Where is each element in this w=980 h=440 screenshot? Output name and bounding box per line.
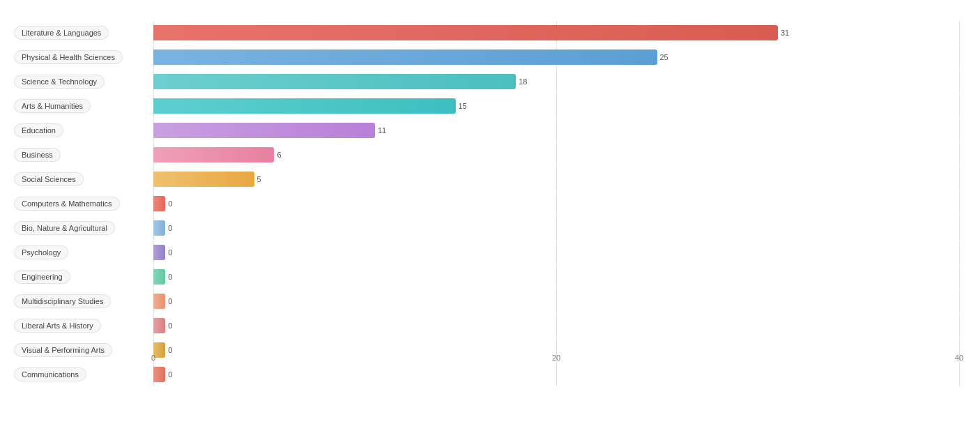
bar-fill: [153, 196, 165, 211]
bar-label: Arts & Humanities: [14, 94, 153, 118]
bar-row: Physical & Health Sciences25: [14, 45, 959, 69]
bar-fill: [153, 74, 516, 89]
bars-section: Literature & Languages31Physical & Healt…: [14, 21, 959, 349]
grid-line: [959, 314, 960, 337]
bar-label: Literature & Languages: [14, 21, 153, 45]
bar-fill: [153, 269, 165, 285]
grid-line: [959, 70, 960, 93]
grid-lines: [153, 241, 959, 264]
x-axis-tick: 20: [552, 354, 560, 362]
bar-value-label: 0: [168, 321, 172, 330]
grid-line: [556, 192, 557, 215]
bar-fill: [153, 50, 657, 65]
bar-fill: [153, 318, 165, 333]
bar-label-pill: Literature & Languages: [14, 26, 109, 40]
grid-line: [959, 119, 960, 142]
bar-track: 11: [153, 119, 959, 142]
bar-track: 0: [153, 289, 959, 313]
bar-label-pill: Social Sciences: [14, 172, 84, 186]
grid-line: [959, 143, 960, 167]
bar-value-label: 0: [168, 199, 172, 208]
bar-fill: [153, 98, 456, 114]
bar-track: 5: [153, 167, 959, 191]
grid-line: [959, 94, 960, 118]
bar-row: Science & Technology18: [14, 70, 959, 93]
bar-track: 0: [153, 314, 959, 337]
bar-row: Literature & Languages31: [14, 21, 959, 45]
grid-line: [556, 167, 557, 191]
bar-fill: [153, 123, 375, 138]
grid-line: [556, 314, 557, 337]
bar-value-label: 0: [168, 273, 172, 281]
bar-row: Business6: [14, 143, 959, 167]
grid-line: [556, 265, 557, 289]
bar-fill: [153, 294, 165, 309]
bar-row: Computers & Mathematics0: [14, 192, 959, 215]
bar-label-pill: Communications: [14, 367, 86, 381]
grid-line: [556, 94, 557, 118]
bar-fill: [153, 245, 165, 260]
grid-lines: [153, 289, 959, 313]
chart-container: Literature & Languages31Physical & Healt…: [0, 0, 980, 440]
grid-lines: [153, 143, 959, 167]
bar-row: Multidisciplinary Studies0: [14, 289, 959, 313]
bar-track: 25: [153, 45, 959, 69]
chart-area: Literature & Languages31Physical & Healt…: [14, 21, 959, 370]
bar-label: Physical & Health Sciences: [14, 45, 153, 69]
bar-value-label: 31: [781, 29, 789, 37]
bar-row: Social Sciences5: [14, 167, 959, 191]
x-axis-tick: 0: [151, 354, 155, 362]
bar-track: 0: [153, 265, 959, 289]
bar-value-label: 0: [168, 297, 172, 305]
bar-row: Liberal Arts & History0: [14, 314, 959, 337]
bar-value-label: 11: [378, 126, 386, 135]
grid-line: [556, 241, 557, 264]
bar-row: Engineering0: [14, 265, 959, 289]
bar-label-pill: Education: [14, 123, 63, 137]
grid-line: [959, 21, 960, 45]
bar-value-label: 0: [168, 248, 172, 257]
grid-lines: [153, 192, 959, 215]
bar-fill: [153, 367, 165, 382]
bar-value-label: 25: [660, 53, 668, 61]
bar-row: Psychology0: [14, 241, 959, 264]
bar-label-pill: Bio, Nature & Agricultural: [14, 221, 115, 235]
bar-label: Communications: [14, 363, 153, 386]
bar-fill: [153, 25, 778, 40]
bar-value-label: 18: [519, 77, 527, 86]
grid-lines: [153, 314, 959, 337]
bar-label-pill: Engineering: [14, 270, 70, 284]
bar-track: 6: [153, 143, 959, 167]
bar-label-pill: Computers & Mathematics: [14, 197, 120, 211]
bar-row: Education11: [14, 119, 959, 142]
bar-fill: [153, 220, 165, 236]
bar-value-label: 0: [168, 370, 172, 379]
grid-line: [959, 45, 960, 69]
bar-value-label: 5: [257, 175, 261, 183]
bar-label-pill: Arts & Humanities: [14, 99, 91, 113]
bar-label: Business: [14, 143, 153, 167]
bar-fill: [153, 172, 254, 187]
bar-label-pill: Multidisciplinary Studies: [14, 294, 111, 308]
bar-label: Psychology: [14, 241, 153, 264]
bar-label: Engineering: [14, 265, 153, 289]
bar-value-label: 0: [168, 224, 172, 232]
bar-label: Social Sciences: [14, 167, 153, 191]
bar-fill: [153, 147, 274, 162]
grid-line: [959, 167, 960, 191]
bar-row: Bio, Nature & Agricultural0: [14, 216, 959, 240]
bar-label: Multidisciplinary Studies: [14, 289, 153, 313]
bar-track: 0: [153, 241, 959, 264]
bar-label-pill: Psychology: [14, 245, 68, 259]
bar-label-pill: Liberal Arts & History: [14, 319, 101, 333]
grid-line: [959, 363, 960, 386]
bar-track: 0: [153, 192, 959, 215]
grid-line: [959, 216, 960, 240]
grid-line: [556, 289, 557, 313]
bar-label-pill: Physical & Health Sciences: [14, 50, 123, 64]
bar-label-pill: Science & Technology: [14, 75, 105, 89]
x-axis: 02040: [153, 354, 959, 367]
grid-line: [556, 216, 557, 240]
bar-track: 18: [153, 70, 959, 93]
grid-line: [959, 289, 960, 313]
